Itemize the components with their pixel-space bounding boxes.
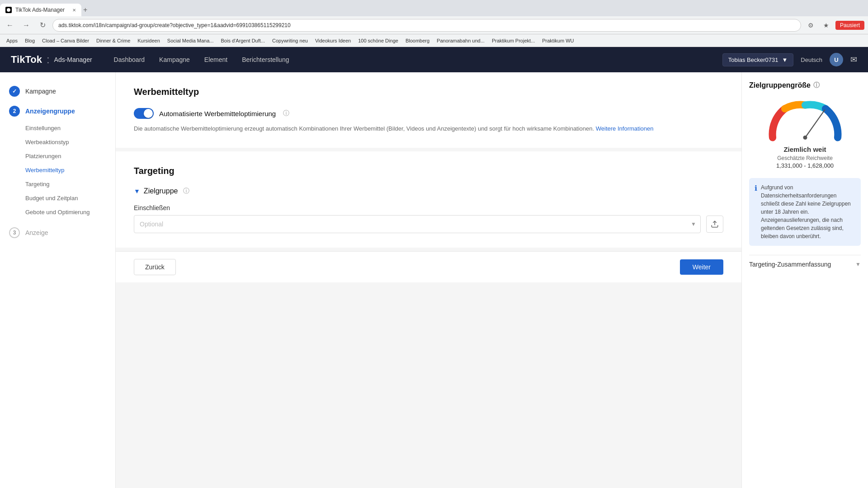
sidebar-step-anzeigengruppe[interactable]: 2 Anzeigengruppe bbox=[0, 101, 115, 121]
svg-line-2 bbox=[805, 110, 825, 137]
sidebar-item-platzierungen[interactable]: Platzierungen bbox=[25, 149, 115, 163]
sidebar-item-targeting[interactable]: Targeting bbox=[25, 177, 115, 191]
back-button[interactable]: Zurück bbox=[134, 259, 176, 275]
sidebar-step-anzeige[interactable]: 3 Anzeige bbox=[0, 223, 115, 243]
zielgruppe-header: ▼ Zielgruppe ⓘ bbox=[134, 187, 723, 195]
tab-close-button[interactable]: ✕ bbox=[72, 8, 76, 13]
bookmark-panorama[interactable]: Panoramabahn und... bbox=[434, 37, 487, 44]
toggle-info-icon[interactable]: ⓘ bbox=[283, 109, 289, 117]
browser-tab[interactable]: TikTok Ads-Manager ✕ bbox=[0, 4, 81, 16]
logo-ads: Ads-Manager bbox=[54, 56, 92, 63]
sidebar-item-gebote[interactable]: Gebote und Optimierung bbox=[25, 205, 115, 219]
bookmark-apps[interactable]: Apps bbox=[4, 37, 20, 44]
bookmark-dinner[interactable]: Dinner & Crime bbox=[94, 37, 133, 44]
reach-label: Geschätzte Reichweite 1,331,000 - 1,628,… bbox=[776, 155, 834, 169]
bookmark-bloomberg[interactable]: Bloomberg bbox=[403, 37, 432, 44]
step-label-kampagne: Kampagne bbox=[25, 88, 56, 95]
browser-toolbar: ← → ↻ ads.tiktok.com/i18n/campaign/ad-gr… bbox=[0, 16, 868, 34]
extensions-button[interactable]: ⚙ bbox=[805, 19, 817, 32]
bookmark-blog[interactable]: Blog bbox=[22, 37, 38, 44]
sidebar-item-einstellungen[interactable]: Einstellungen bbox=[25, 121, 115, 135]
bookmark-button[interactable]: ★ bbox=[820, 19, 833, 32]
gauge-label: Ziemlich weit bbox=[783, 145, 826, 153]
targeting-summary-chevron-icon: ▼ bbox=[855, 261, 861, 267]
toggle-thumb bbox=[144, 109, 153, 118]
reload-button[interactable]: ↻ bbox=[36, 19, 49, 32]
step-indicator-kampagne: ✓ bbox=[9, 86, 20, 97]
main-nav: Dashboard Kampagne Element Berichterstel… bbox=[114, 54, 722, 65]
targeting-summary-toggle[interactable]: Targeting-Zusammenfassung ▼ bbox=[749, 255, 861, 273]
gauge-container: Ziemlich weit Geschätzte Reichweite 1,33… bbox=[749, 97, 861, 169]
einschliessen-select[interactable]: Optional bbox=[134, 215, 701, 233]
bookmark-praktikum2[interactable]: Praktikum WU bbox=[539, 37, 576, 44]
upload-button[interactable] bbox=[706, 216, 723, 233]
account-name: Tobias Becker0731 bbox=[728, 56, 778, 63]
reach-label-text: Geschätzte Reichweite bbox=[776, 155, 834, 161]
collapse-icon[interactable]: ▼ bbox=[134, 188, 140, 195]
bookmark-videokurs[interactable]: Videokurs Ideen bbox=[312, 37, 354, 44]
bookmark-social[interactable]: Social Media Mana... bbox=[165, 37, 217, 44]
account-selector[interactable]: Tobias Becker0731 ▼ bbox=[722, 53, 793, 66]
logo-tiktok: TikTok bbox=[11, 54, 42, 66]
tab-favicon bbox=[5, 7, 12, 13]
targeting-title: Targeting bbox=[134, 166, 723, 176]
nav-dashboard[interactable]: Dashboard bbox=[114, 54, 145, 65]
nav-element[interactable]: Element bbox=[204, 54, 227, 65]
step-label-anzeigengruppe: Anzeigengruppe bbox=[25, 108, 75, 115]
targeting-section: Targeting ▼ Zielgruppe ⓘ Einschließen Op… bbox=[116, 151, 741, 248]
panel-title: Zielgruppengröße ⓘ bbox=[749, 81, 861, 89]
svg-point-3 bbox=[803, 136, 807, 140]
bookmark-kursideen[interactable]: Kursideen bbox=[135, 37, 163, 44]
pause-button[interactable]: Pausiert bbox=[835, 21, 864, 30]
reach-value: 1,331,000 - 1,628,000 bbox=[776, 162, 834, 169]
nav-berichterstellung[interactable]: Berichterstellung bbox=[242, 54, 289, 65]
werbemitteltyp-section: Werbemitteltyp Automatisierte Werbemitte… bbox=[116, 72, 741, 148]
step-label-anzeige: Anzeige bbox=[25, 229, 48, 236]
sidebar-sub-items: Einstellungen Werbeaktionstyp Platzierun… bbox=[25, 121, 115, 219]
select-placeholder: Optional bbox=[140, 221, 163, 228]
bottom-bar: Zurück Weiter bbox=[116, 251, 741, 282]
einschliessen-select-wrapper: Optional ▼ bbox=[134, 215, 701, 233]
lang-selector[interactable]: Deutsch bbox=[801, 56, 822, 63]
zielgruppe-title: Zielgruppe bbox=[144, 187, 178, 195]
info-box-text: Aufgrund von Datensicherheitsanforderung… bbox=[761, 183, 855, 240]
sidebar-step-kampagne[interactable]: ✓ Kampagne bbox=[0, 81, 115, 101]
nav-kampagne[interactable]: Kampagne bbox=[159, 54, 190, 65]
targeting-summary-title: Targeting-Zusammenfassung bbox=[749, 261, 831, 268]
address-bar[interactable]: ads.tiktok.com/i18n/campaign/ad-group/cr… bbox=[52, 19, 801, 32]
panel-title-text: Zielgruppengröße bbox=[749, 81, 811, 89]
auto-optimize-toggle[interactable] bbox=[134, 108, 154, 119]
bookmark-100dinge[interactable]: 100 schöne Dinge bbox=[355, 37, 401, 44]
sidebar-item-werbemitteltyp[interactable]: Werbemitteltyp bbox=[25, 163, 115, 177]
panel-info-icon[interactable]: ⓘ bbox=[813, 81, 820, 89]
sidebar-item-werbeaktionstyp[interactable]: Werbeaktionstyp bbox=[25, 135, 115, 149]
toggle-link[interactable]: Weitere Informationen bbox=[596, 125, 654, 132]
step-indicator-anzeige: 3 bbox=[9, 227, 20, 238]
bookmark-canva[interactable]: Cload – Canva Bilder bbox=[39, 37, 92, 44]
einschliessen-row: Optional ▼ bbox=[134, 215, 723, 233]
toggle-desc-text: Die automatische Werbemitteloptimierung … bbox=[134, 125, 594, 132]
new-tab-button[interactable]: + bbox=[83, 6, 87, 14]
browser-icon-group: ⚙ ★ Pausiert bbox=[805, 19, 864, 32]
right-panel: Zielgruppengröße ⓘ bbox=[741, 72, 868, 488]
address-text: ads.tiktok.com/i18n/campaign/ad-group/cr… bbox=[58, 22, 291, 28]
bookmark-bois[interactable]: Bois d'Argent Duft... bbox=[218, 37, 268, 44]
back-nav-button[interactable]: ← bbox=[4, 19, 16, 32]
notification-icon[interactable]: ✉ bbox=[850, 55, 857, 65]
zielgruppe-info-icon[interactable]: ⓘ bbox=[183, 187, 189, 195]
forward-nav-button[interactable]: → bbox=[20, 19, 33, 32]
tab-title: TikTok Ads-Manager bbox=[15, 7, 65, 13]
bookmark-copywriting[interactable]: Copywriting neu bbox=[269, 37, 311, 44]
main-content: Werbemitteltyp Automatisierte Werbemitte… bbox=[116, 72, 741, 488]
logo-separator: : bbox=[47, 53, 50, 66]
bookmark-praktikum1[interactable]: Praktikum Projekt... bbox=[489, 37, 538, 44]
einschliessen-field: Einschließen Optional ▼ bbox=[134, 204, 723, 233]
avatar[interactable]: U bbox=[830, 53, 843, 66]
sidebar-item-budget[interactable]: Budget und Zeitplan bbox=[25, 191, 115, 205]
sidebar: ✓ Kampagne 2 Anzeigengruppe Einstellunge… bbox=[0, 72, 116, 488]
toggle-label: Automatisierte Werbemitteloptimierung bbox=[159, 110, 276, 117]
svg-point-0 bbox=[7, 8, 10, 12]
next-button[interactable]: Weiter bbox=[680, 259, 723, 275]
info-box: ℹ Aufgrund von Datensicherheitsanforderu… bbox=[749, 178, 861, 246]
einschliessen-label: Einschließen bbox=[134, 204, 723, 211]
